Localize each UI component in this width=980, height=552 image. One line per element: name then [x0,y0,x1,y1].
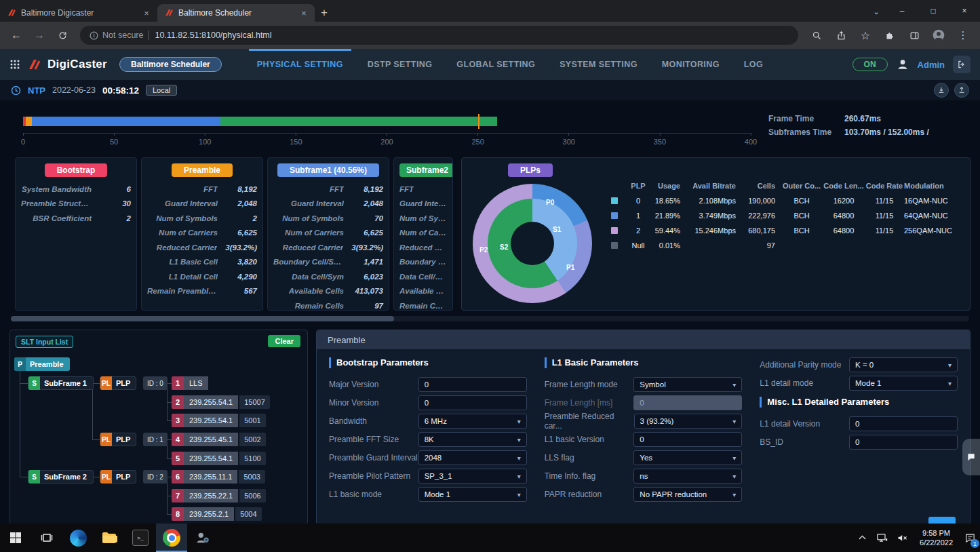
start-button[interactable] [0,524,31,552]
preamble-fft-size-select[interactable]: 8K [418,432,527,447]
l1-basic-version-input[interactable] [633,432,742,447]
browser-menu-icon[interactable]: ⋮ [953,26,973,45]
nav-physical-setting[interactable]: PHYSICAL SETTING [257,49,343,80]
preamble-guard-interval-select[interactable]: 2048 [418,450,527,465]
window-close-button[interactable]: × [949,0,980,22]
slt-leaf-item[interactable]: 3239.255.54.15001 [172,414,266,427]
bookmark-star-icon[interactable]: ☆ [855,26,876,45]
scrollbar-thumb[interactable] [11,316,394,321]
horizontal-scrollbar[interactable] [11,316,969,321]
nav-monitoring[interactable]: MONITORING [662,49,720,80]
slt-leaf-item[interactable]: 4239.255.45.15002 [172,433,266,446]
edge-taskbar-icon[interactable] [62,524,94,552]
bandwidth-select[interactable]: 6 MHz [418,414,527,429]
window-maximize-button[interactable]: □ [918,0,949,22]
slt-leaf-item[interactable]: 6239.255.11.15003 [172,470,265,484]
security-indicator[interactable]: Not secure [90,31,143,40]
volume-muted-icon[interactable] [893,524,913,552]
apps-grid-icon[interactable] [9,59,20,70]
additional-parity-mode-select[interactable]: K = 0 [849,357,958,372]
app-taskbar-icon[interactable] [187,524,218,552]
tree-node-plp2[interactable]: PLPLP [100,470,136,484]
time-info-flag-select[interactable]: ns [633,469,742,484]
address-bar[interactable]: Not secure 10.11.82.51:8100/physical.htm… [80,26,798,45]
tree-connector [167,458,172,459]
l1-detail-version-input[interactable] [849,416,958,431]
card-row-value: 6 [100,185,131,193]
bs-id-input[interactable] [849,435,958,450]
apply-button-partial[interactable] [928,517,956,524]
plp-table-row[interactable] [611,238,626,253]
l1-detail-mode-select[interactable]: Mode 1 [849,376,958,391]
side-panel-icon[interactable] [904,26,924,45]
tab-close-icon[interactable]: × [298,7,309,18]
task-view-button[interactable] [31,524,62,552]
site-name-badge[interactable]: Baltimore Scheduler [119,57,222,72]
slt-leaf-item[interactable]: 5239.255.54.15100 [172,452,266,465]
username-label[interactable]: Admin [918,60,945,70]
tree-node-plp0[interactable]: PLPLP [100,376,136,390]
preamble-pilot-pattern-select[interactable]: SP_3_1 [418,469,527,484]
network-icon[interactable] [872,524,893,552]
nav-system-setting[interactable]: SYSTEM SETTING [560,49,638,80]
nav-dstp-setting[interactable]: DSTP SETTING [368,49,433,80]
preamble-reduced-carriers-select[interactable]: 3 (93.2%) [634,414,743,429]
nav-log[interactable]: LOG [744,49,763,80]
field-label: LLS flag [545,453,574,462]
tree-node-subframe2[interactable]: SSubFrame 2 [28,470,94,484]
cell: 18.65% [650,193,686,208]
import-config-button[interactable] [954,83,969,98]
tree-node-subframe1[interactable]: SSubFrame 1 [28,376,94,390]
browser-tab-inactive[interactable]: Baltimore Digicaster × [0,4,157,22]
timezone-badge[interactable]: Local [146,85,177,96]
minor-version-input[interactable] [418,395,527,410]
lls-flag-select[interactable]: Yes [633,450,742,465]
major-version-input[interactable] [418,377,527,392]
back-button[interactable]: ← [7,26,26,45]
slt-leaf-item[interactable]: 2239.255.54.115007 [172,395,270,409]
card-row-label: Data Cell/Sym [399,273,447,281]
extensions-icon[interactable] [880,26,900,45]
plp-table-row[interactable] [611,208,626,223]
card-row-value: 8,192 [226,185,257,193]
chrome-taskbar-icon[interactable] [156,524,187,552]
taskbar-clock[interactable]: 9:58 PM 6/22/2022 [913,528,960,547]
tree-node-preamble[interactable]: PPreamble [14,357,70,371]
clear-button[interactable]: Clear [268,335,300,347]
main-content: 0 50 100 150 200 250 300 350 400 Frame T… [0,100,980,524]
zoom-icon[interactable] [806,26,827,45]
nav-global-setting[interactable]: GLOBAL SETTING [456,49,535,80]
card-row-label: Available Cells [399,287,447,295]
file-explorer-taskbar-icon[interactable] [94,524,125,552]
tray-expand-icon[interactable] [852,524,872,552]
browser-tab-active[interactable]: Baltimore Scheduler × [157,4,315,22]
chat-widget-handle[interactable] [962,439,980,475]
tree-node-plp1[interactable]: PLPLP [100,433,136,446]
url-text: 10.11.82.51:8100/physical.html [155,31,271,40]
plp-table-row[interactable] [611,193,626,208]
forward-button[interactable]: → [30,26,49,45]
slt-leaf-item[interactable]: 7239.255.22.15006 [172,489,266,502]
slt-leaf-item[interactable]: 1LLS [172,376,208,390]
reload-button[interactable] [53,26,72,45]
l1-basic-mode-select[interactable]: Mode 1 [418,487,527,502]
card-row-value: 3(93.2%) [351,243,383,252]
power-status-toggle[interactable]: ON [852,58,888,71]
cards-scroller[interactable]: Bootstrap System Bandwidth6 Preamble Str… [9,157,453,311]
export-config-button[interactable] [934,83,949,98]
frame-length-mode-select[interactable]: Symbol [633,377,742,392]
axis-tick: 150 [290,133,302,146]
terminal-taskbar-icon[interactable]: >_ [125,524,156,552]
tab-search-icon[interactable]: ⌄ [866,7,886,22]
logout-button[interactable] [953,56,971,73]
action-center-button[interactable]: 1 [960,524,980,552]
chat-bubble-icon [966,452,976,462]
slt-leaf-item[interactable]: 8239.255.2.15004 [172,507,262,521]
new-tab-button[interactable]: + [315,4,334,22]
plp-table-row[interactable] [611,223,626,238]
tab-close-icon[interactable]: × [141,7,152,18]
profile-avatar[interactable] [928,26,949,45]
window-minimize-button[interactable]: – [886,0,918,22]
papr-reduction-select[interactable]: No PAPR reduction [633,487,742,502]
share-icon[interactable] [831,26,851,45]
